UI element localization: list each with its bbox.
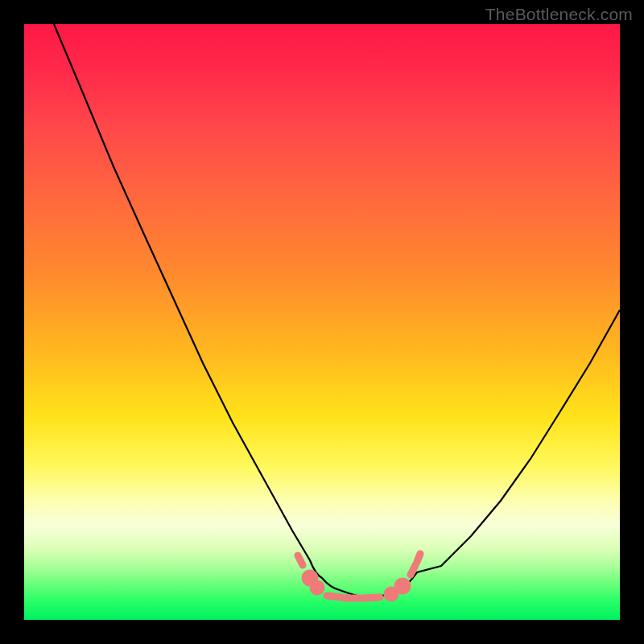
bottleneck-curve	[54, 24, 620, 597]
svg-line-0	[298, 555, 303, 565]
chart-frame: TheBottleneck.com	[0, 0, 644, 644]
svg-line-8	[411, 565, 415, 575]
svg-point-7	[398, 581, 407, 591]
svg-line-5	[364, 597, 380, 598]
bottleneck-curve-svg	[24, 24, 620, 620]
svg-line-3	[327, 596, 341, 597]
watermark-text: TheBottleneck.com	[485, 5, 633, 24]
svg-point-2	[313, 584, 321, 592]
svg-line-9	[417, 554, 420, 562]
marker-points	[298, 554, 420, 598]
svg-point-6	[387, 590, 395, 598]
plot-area	[24, 24, 620, 620]
